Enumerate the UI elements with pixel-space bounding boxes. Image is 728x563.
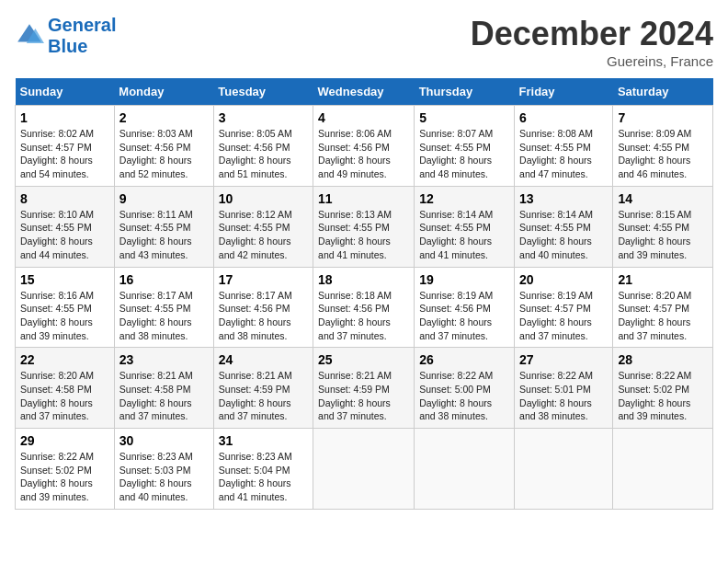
calendar-cell: 20 Sunrise: 8:19 AMSunset: 4:57 PMDaylig… [515, 267, 613, 348]
cell-content: Sunrise: 8:21 AMSunset: 4:58 PMDaylight:… [119, 370, 193, 421]
week-row-2: 8 Sunrise: 8:10 AMSunset: 4:55 PMDayligh… [16, 186, 713, 267]
day-number: 31 [219, 433, 308, 448]
day-number: 23 [119, 352, 209, 367]
day-number: 15 [20, 272, 109, 287]
cell-content: Sunrise: 8:19 AMSunset: 4:56 PMDaylight:… [419, 290, 493, 341]
calendar-cell: 22 Sunrise: 8:20 AMSunset: 4:58 PMDaylig… [16, 348, 115, 429]
day-number: 22 [20, 352, 109, 367]
calendar-cell: 21 Sunrise: 8:20 AMSunset: 4:57 PMDaylig… [613, 267, 713, 348]
week-row-1: 1 Sunrise: 8:02 AMSunset: 4:57 PMDayligh… [16, 106, 713, 187]
calendar-cell: 14 Sunrise: 8:15 AMSunset: 4:55 PMDaylig… [613, 186, 713, 267]
calendar-header-row: SundayMondayTuesdayWednesdayThursdayFrid… [16, 78, 713, 106]
calendar-cell: 7 Sunrise: 8:09 AMSunset: 4:55 PMDayligh… [613, 106, 713, 187]
cell-content: Sunrise: 8:22 AMSunset: 5:00 PMDaylight:… [419, 370, 493, 421]
cell-content: Sunrise: 8:15 AMSunset: 4:55 PMDaylight:… [618, 209, 691, 260]
calendar-cell: 10 Sunrise: 8:12 AMSunset: 4:55 PMDaylig… [213, 186, 313, 267]
day-number: 30 [119, 433, 209, 448]
logo: General Blue [15, 15, 116, 57]
cell-content: Sunrise: 8:07 AMSunset: 4:55 PMDaylight:… [419, 128, 493, 179]
cell-content: Sunrise: 8:19 AMSunset: 4:57 PMDaylight:… [519, 290, 593, 341]
cell-content: Sunrise: 8:02 AMSunset: 4:57 PMDaylight:… [20, 128, 94, 179]
day-number: 26 [419, 352, 509, 367]
day-number: 24 [219, 352, 308, 367]
cell-content: Sunrise: 8:22 AMSunset: 5:01 PMDaylight:… [519, 370, 593, 421]
cell-content: Sunrise: 8:14 AMSunset: 4:55 PMDaylight:… [519, 209, 593, 260]
calendar-cell: 28 Sunrise: 8:22 AMSunset: 5:02 PMDaylig… [613, 348, 713, 429]
logo-text: General Blue [48, 15, 116, 57]
cell-content: Sunrise: 8:08 AMSunset: 4:55 PMDaylight:… [519, 128, 593, 179]
location: Guereins, France [471, 53, 713, 69]
calendar-cell: 4 Sunrise: 8:06 AMSunset: 4:56 PMDayligh… [313, 106, 415, 187]
cell-content: Sunrise: 8:17 AMSunset: 4:56 PMDaylight:… [219, 290, 292, 341]
day-number: 28 [618, 352, 708, 367]
calendar-cell: 30 Sunrise: 8:23 AMSunset: 5:03 PMDaylig… [114, 429, 213, 510]
day-number: 27 [519, 352, 608, 367]
cell-content: Sunrise: 8:12 AMSunset: 4:55 PMDaylight:… [219, 209, 292, 260]
cell-content: Sunrise: 8:05 AMSunset: 4:56 PMDaylight:… [219, 128, 292, 179]
calendar-cell: 23 Sunrise: 8:21 AMSunset: 4:58 PMDaylig… [114, 348, 213, 429]
cell-content: Sunrise: 8:22 AMSunset: 5:02 PMDaylight:… [20, 451, 94, 502]
day-number: 1 [20, 110, 109, 125]
calendar-cell: 18 Sunrise: 8:18 AMSunset: 4:56 PMDaylig… [313, 267, 415, 348]
day-number: 5 [419, 110, 509, 125]
day-number: 2 [119, 110, 209, 125]
calendar-cell: 12 Sunrise: 8:14 AMSunset: 4:55 PMDaylig… [415, 186, 515, 267]
calendar-cell [415, 429, 515, 510]
day-number: 25 [318, 352, 409, 367]
calendar-table: SundayMondayTuesdayWednesdayThursdayFrid… [15, 78, 713, 510]
cell-content: Sunrise: 8:21 AMSunset: 4:59 PMDaylight:… [219, 370, 292, 421]
day-number: 7 [618, 110, 708, 125]
calendar-cell: 1 Sunrise: 8:02 AMSunset: 4:57 PMDayligh… [16, 106, 115, 187]
day-number: 10 [219, 191, 308, 206]
calendar-cell: 17 Sunrise: 8:17 AMSunset: 4:56 PMDaylig… [213, 267, 313, 348]
day-number: 13 [519, 191, 608, 206]
cell-content: Sunrise: 8:23 AMSunset: 5:03 PMDaylight:… [119, 451, 193, 502]
day-number: 12 [419, 191, 509, 206]
calendar-cell: 13 Sunrise: 8:14 AMSunset: 4:55 PMDaylig… [515, 186, 613, 267]
week-row-4: 22 Sunrise: 8:20 AMSunset: 4:58 PMDaylig… [16, 348, 713, 429]
day-number: 9 [119, 191, 209, 206]
cell-content: Sunrise: 8:03 AMSunset: 4:56 PMDaylight:… [119, 128, 193, 179]
day-number: 29 [20, 433, 109, 448]
calendar-cell [613, 429, 713, 510]
day-number: 14 [618, 191, 708, 206]
cell-content: Sunrise: 8:10 AMSunset: 4:55 PMDaylight:… [20, 209, 94, 260]
day-number: 21 [618, 272, 708, 287]
cell-content: Sunrise: 8:18 AMSunset: 4:56 PMDaylight:… [318, 290, 392, 341]
calendar-cell [313, 429, 415, 510]
calendar-cell: 15 Sunrise: 8:16 AMSunset: 4:55 PMDaylig… [16, 267, 115, 348]
calendar-cell: 3 Sunrise: 8:05 AMSunset: 4:56 PMDayligh… [213, 106, 313, 187]
calendar-cell: 24 Sunrise: 8:21 AMSunset: 4:59 PMDaylig… [213, 348, 313, 429]
header-thursday: Thursday [415, 78, 515, 106]
cell-content: Sunrise: 8:16 AMSunset: 4:55 PMDaylight:… [20, 290, 94, 341]
week-row-3: 15 Sunrise: 8:16 AMSunset: 4:55 PMDaylig… [16, 267, 713, 348]
cell-content: Sunrise: 8:21 AMSunset: 4:59 PMDaylight:… [318, 370, 392, 421]
cell-content: Sunrise: 8:20 AMSunset: 4:57 PMDaylight:… [618, 290, 691, 341]
day-number: 17 [219, 272, 308, 287]
calendar-cell: 2 Sunrise: 8:03 AMSunset: 4:56 PMDayligh… [114, 106, 213, 187]
cell-content: Sunrise: 8:22 AMSunset: 5:02 PMDaylight:… [618, 370, 691, 421]
calendar-cell: 16 Sunrise: 8:17 AMSunset: 4:55 PMDaylig… [114, 267, 213, 348]
cell-content: Sunrise: 8:13 AMSunset: 4:55 PMDaylight:… [318, 209, 392, 260]
day-number: 18 [318, 272, 409, 287]
logo-icon [15, 21, 44, 51]
cell-content: Sunrise: 8:11 AMSunset: 4:55 PMDaylight:… [119, 209, 193, 260]
calendar-cell: 9 Sunrise: 8:11 AMSunset: 4:55 PMDayligh… [114, 186, 213, 267]
calendar-cell [515, 429, 613, 510]
cell-content: Sunrise: 8:06 AMSunset: 4:56 PMDaylight:… [318, 128, 392, 179]
day-number: 6 [519, 110, 608, 125]
cell-content: Sunrise: 8:09 AMSunset: 4:55 PMDaylight:… [618, 128, 691, 179]
day-number: 3 [219, 110, 308, 125]
page-header: General Blue December 2024 Guereins, Fra… [15, 15, 713, 69]
day-number: 20 [519, 272, 608, 287]
calendar-cell: 5 Sunrise: 8:07 AMSunset: 4:55 PMDayligh… [415, 106, 515, 187]
calendar-cell: 6 Sunrise: 8:08 AMSunset: 4:55 PMDayligh… [515, 106, 613, 187]
calendar-cell: 31 Sunrise: 8:23 AMSunset: 5:04 PMDaylig… [213, 429, 313, 510]
day-number: 11 [318, 191, 409, 206]
calendar-cell: 26 Sunrise: 8:22 AMSunset: 5:00 PMDaylig… [415, 348, 515, 429]
header-sunday: Sunday [16, 78, 115, 106]
month-title: December 2024 [471, 15, 713, 53]
title-block: December 2024 Guereins, France [471, 15, 713, 69]
calendar-cell: 11 Sunrise: 8:13 AMSunset: 4:55 PMDaylig… [313, 186, 415, 267]
header-saturday: Saturday [613, 78, 713, 106]
